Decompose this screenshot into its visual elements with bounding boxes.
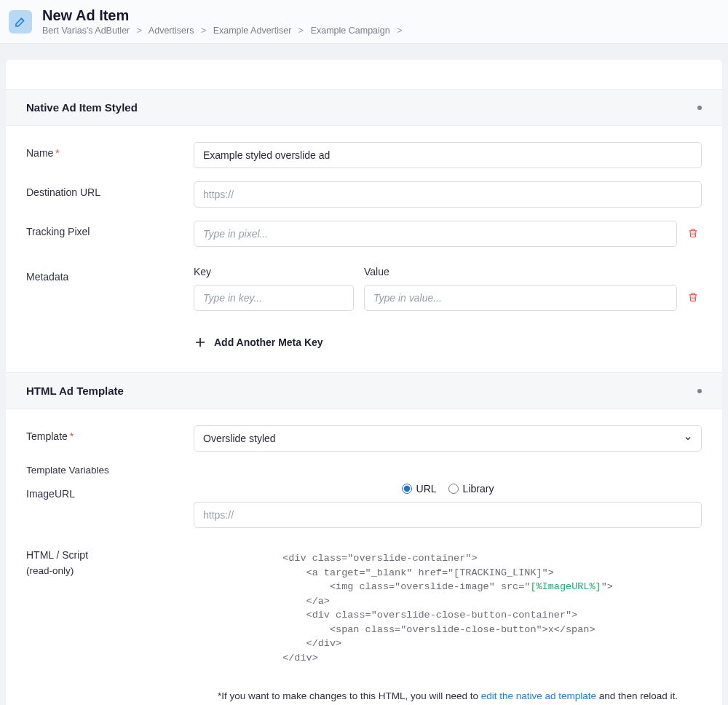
template-label: Template* — [26, 425, 194, 442]
imageurl-label: ImageURL — [26, 483, 194, 500]
edit-native-template-link[interactable]: edit the native ad template — [481, 690, 596, 701]
add-meta-key-button[interactable]: Add Another Meta Key — [194, 336, 702, 349]
breadcrumb-item[interactable]: Example Campaign — [311, 25, 390, 36]
tracking-pixel-input[interactable] — [194, 221, 677, 247]
status-dot-icon — [697, 389, 702, 393]
trash-icon — [687, 227, 699, 240]
trash-icon — [687, 291, 699, 304]
template-variables-label: Template Variables — [26, 465, 194, 476]
html-script-label: HTML / Script (read-only) — [26, 544, 194, 576]
breadcrumb-item[interactable]: Advertisers — [149, 25, 194, 36]
name-label: Name* — [26, 142, 194, 159]
meta-key-header: Key — [194, 266, 354, 277]
status-dot-icon — [697, 106, 702, 110]
html-code-readonly: <div class="overslide-container"> <a tar… — [274, 544, 622, 673]
section-header-template[interactable]: HTML Ad Template — [6, 372, 722, 409]
breadcrumb-item[interactable]: Example Advertiser — [213, 25, 292, 36]
radio-url[interactable]: URL — [402, 483, 437, 495]
chevron-right-icon: > — [397, 25, 402, 36]
section-title: HTML Ad Template — [26, 385, 124, 397]
form-card: Native Ad Item Styled Name* Destination … — [6, 60, 722, 705]
delete-meta-button[interactable] — [684, 288, 702, 309]
section-title: Native Ad Item Styled — [26, 101, 138, 114]
breadcrumb: Bert Varias's AdButler > Advertisers > E… — [42, 25, 407, 36]
destination-url-input[interactable] — [194, 181, 702, 208]
radio-library-input[interactable] — [448, 484, 459, 494]
tracking-pixel-label: Tracking Pixel — [26, 221, 194, 237]
metadata-label: Metadata — [26, 266, 194, 283]
destination-url-label: Destination URL — [26, 181, 194, 198]
meta-key-input[interactable] — [194, 285, 354, 311]
meta-value-header: Value — [364, 266, 702, 277]
breadcrumb-item[interactable]: Bert Varias's AdButler — [42, 25, 130, 36]
page-title: New Ad Item — [42, 7, 407, 24]
chevron-right-icon: > — [137, 25, 142, 36]
plus-icon — [194, 336, 207, 349]
chevron-down-icon — [684, 434, 692, 443]
imageurl-source-radio-group: URL Library — [402, 483, 494, 495]
name-input[interactable] — [194, 142, 702, 168]
chevron-right-icon: > — [298, 25, 304, 36]
template-select[interactable]: Overslide styled — [194, 425, 702, 452]
edit-icon — [9, 10, 32, 34]
delete-pixel-button[interactable] — [684, 224, 702, 245]
imageurl-input[interactable] — [194, 502, 702, 528]
meta-value-input[interactable] — [364, 285, 677, 311]
chevron-right-icon: > — [201, 25, 206, 36]
radio-url-input[interactable] — [402, 484, 412, 494]
page-header: New Ad Item Bert Varias's AdButler > Adv… — [0, 0, 728, 44]
radio-library[interactable]: Library — [448, 483, 494, 495]
section-header-native[interactable]: Native Ad Item Styled — [6, 89, 722, 126]
template-helper-text: *If you want to make changes to this HTM… — [218, 690, 678, 701]
